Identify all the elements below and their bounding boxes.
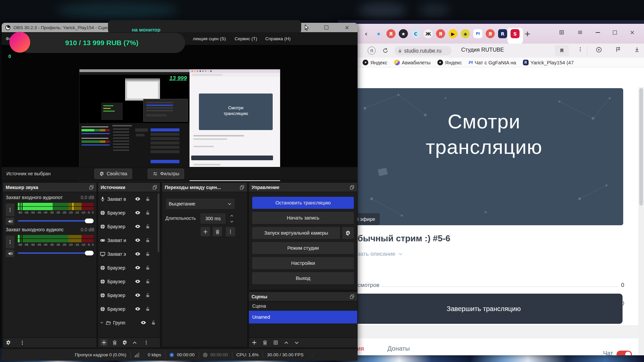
controls-button-5[interactable]: Выход [252, 272, 354, 284]
source-row[interactable]: Браузер [98, 288, 160, 302]
lock-icon[interactable] [145, 293, 150, 298]
duration-stepper[interactable] [228, 213, 236, 224]
visibility-eye-icon[interactable] [135, 237, 141, 243]
bookmark-item[interactable]: RYarick_Play154 (47 [523, 60, 574, 65]
volume-slider[interactable] [18, 252, 94, 254]
visibility-eye-icon[interactable] [135, 224, 141, 229]
controls-header[interactable]: Управление [249, 183, 357, 192]
channel-mute-button[interactable] [6, 250, 14, 257]
move-up-icon[interactable] [132, 340, 137, 345]
bookmark-button[interactable] [555, 45, 569, 56]
minimize-icon[interactable] [596, 32, 600, 33]
audio-mixer-header[interactable]: Микшер звука [3, 183, 97, 192]
popout-icon[interactable] [239, 185, 245, 190]
scene-row[interactable]: Сцена [249, 301, 357, 311]
transition-select[interactable]: Выцветание [165, 198, 235, 209]
popout-icon[interactable] [152, 185, 157, 190]
play-tab[interactable]: ▶ [448, 29, 458, 38]
tab-groups-icon[interactable] [615, 47, 621, 53]
profile-icon[interactable]: Я [368, 47, 376, 55]
shield-tab[interactable]: ★ [399, 29, 408, 38]
controls-button-1[interactable]: Начать запись [252, 212, 354, 224]
source-row[interactable]: Браузер [98, 302, 160, 316]
virtual-camera-settings-button[interactable] [342, 227, 354, 239]
visibility-eye-icon[interactable] [135, 292, 141, 298]
filters-button[interactable]: Фильтры [148, 169, 184, 179]
resize-grip[interactable]: ⋰ [312, 353, 315, 357]
tab-donations[interactable]: Донаты [387, 345, 410, 352]
add-scene-icon[interactable] [252, 340, 257, 345]
remove-scene-icon[interactable] [262, 340, 268, 345]
visibility-eye-icon[interactable] [135, 251, 141, 257]
volume-slider[interactable] [18, 220, 94, 222]
remove-transition-button[interactable] [213, 227, 222, 236]
visibility-eye-icon[interactable] [135, 265, 141, 270]
menu-tools[interactable]: Сервис (Т) [234, 36, 257, 41]
transitions-header[interactable]: Переходы между сцен... [162, 183, 247, 192]
diamond-tab[interactable]: ◈ [461, 29, 470, 38]
scene-down-icon[interactable] [294, 340, 299, 345]
bookmark-item[interactable]: PIЧат с GgFaNtA на [469, 60, 516, 65]
menu-scene-collection[interactable]: лекция сцен (S) [193, 36, 226, 41]
lock-icon[interactable] [145, 279, 150, 284]
browser-menu-icon[interactable] [577, 29, 583, 35]
page-scrollbar-thumb[interactable] [639, 88, 643, 205]
tab-panel-icon[interactable] [559, 29, 565, 35]
obs-maximize-icon[interactable] [324, 25, 328, 29]
new-tab[interactable]: + [523, 29, 532, 38]
source-properties-gear-icon[interactable] [122, 340, 127, 345]
add-transition-button[interactable] [201, 227, 210, 236]
source-row[interactable]: Браузер [98, 206, 160, 220]
pi-tab[interactable]: PI [473, 29, 482, 38]
scene-filters-icon[interactable] [273, 340, 278, 345]
lock-icon[interactable] [145, 251, 150, 256]
lock-icon[interactable] [145, 196, 150, 201]
close-icon[interactable] [630, 30, 635, 35]
source-row[interactable]: Браузер [98, 261, 160, 275]
url-field[interactable]: studio.rutube.ru [394, 46, 451, 55]
yandex-tab[interactable]: Я [486, 29, 495, 38]
transition-menu-button[interactable] [226, 227, 235, 236]
back-chevron[interactable]: ‹ [362, 29, 371, 38]
controls-button-4[interactable]: Настройки [252, 257, 354, 269]
remove-source-icon[interactable] [112, 340, 117, 345]
lock-icon[interactable] [145, 224, 150, 229]
popout-icon[interactable] [350, 294, 355, 299]
source-row[interactable]: Захват э [98, 247, 160, 261]
lock-icon[interactable] [145, 210, 150, 215]
volume-slider-handle[interactable] [85, 251, 94, 255]
lock-icon[interactable] [151, 320, 156, 325]
lock-icon[interactable] [145, 238, 150, 243]
channel-menu-button[interactable] [6, 236, 14, 248]
studio-rutube-tab[interactable]: S [511, 29, 520, 38]
scene-row[interactable]: Unamed [249, 311, 357, 323]
source-row[interactable]: Захват в [98, 192, 160, 206]
controls-button-3[interactable]: Режим студии [252, 242, 354, 254]
channel-mute-button[interactable] [6, 218, 14, 225]
reload-icon[interactable] [382, 48, 388, 54]
mixer-menu-icon[interactable] [20, 340, 25, 345]
bookmark-item[interactable]: ★Яндекс [363, 60, 387, 65]
source-row[interactable]: Захват и [98, 233, 160, 247]
scene-up-icon[interactable] [284, 340, 289, 345]
visibility-eye-icon[interactable] [135, 196, 141, 202]
volume-slider-handle[interactable] [85, 219, 94, 223]
properties-button[interactable]: Свойства [94, 169, 132, 179]
pinned-tab[interactable]: ● [374, 29, 383, 38]
lock-icon[interactable] [145, 265, 150, 270]
advanced-audio-gear-icon[interactable] [6, 340, 11, 345]
c-tab[interactable]: C [411, 29, 420, 38]
scenes-header[interactable]: Сцены [249, 292, 357, 301]
rutube-tab[interactable]: R [498, 29, 507, 38]
visibility-eye-icon[interactable] [135, 306, 141, 312]
visibility-eye-icon[interactable] [141, 320, 146, 325]
visibility-eye-icon[interactable] [135, 279, 141, 284]
yandex-tab[interactable]: Я [436, 29, 445, 38]
obs-close-icon[interactable] [344, 25, 350, 30]
channel-menu-button[interactable] [6, 203, 14, 216]
maximize-icon[interactable] [613, 31, 617, 35]
bookmark-item[interactable]: ★Яндекс [437, 60, 462, 65]
controls-button-2[interactable]: Запуск виртуальной камеры [252, 227, 340, 239]
visibility-eye-icon[interactable] [135, 210, 141, 216]
add-source-button[interactable] [101, 339, 107, 346]
